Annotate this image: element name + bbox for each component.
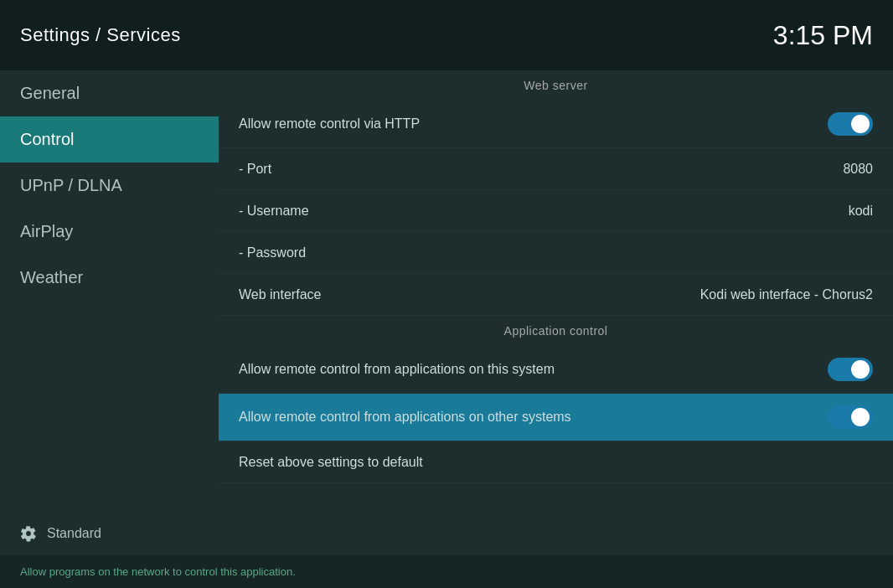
section-header-web-server: Web server (219, 70, 893, 101)
row-value: Kodi web interface - Chorus2 (700, 287, 873, 302)
sidebar-item-label: Control (20, 130, 74, 149)
row-password[interactable]: - Password (219, 232, 893, 274)
toggle-allow-other-apps[interactable] (828, 405, 873, 429)
sidebar-item-label: Weather (20, 268, 83, 287)
sidebar-item-control[interactable]: Control (0, 116, 219, 162)
row-label: Reset above settings to default (239, 455, 423, 470)
row-reset-defaults[interactable]: Reset above settings to default (219, 441, 893, 483)
section-header-app-control: Application control (219, 316, 893, 346)
sidebar-item-label: General (20, 84, 80, 103)
bottom-hint: Allow programs on the network to control… (0, 555, 893, 588)
row-allow-local-apps[interactable]: Allow remote control from applications o… (219, 346, 893, 394)
hint-text: Allow programs on the network to control… (20, 565, 296, 578)
row-allow-http[interactable]: Allow remote control via HTTP (219, 101, 893, 148)
gear-icon (20, 525, 37, 542)
row-label: Allow remote control from applications o… (239, 362, 555, 377)
row-value: kodi (849, 204, 873, 219)
header: Settings / Services 3:15 PM (0, 0, 893, 70)
row-label: - Password (239, 245, 306, 260)
row-label: - Port (239, 162, 271, 177)
sidebar-footer: Standard (0, 512, 219, 555)
row-value: 8080 (843, 162, 873, 177)
level-label: Standard (47, 526, 101, 541)
row-label: Allow remote control from applications o… (239, 410, 571, 425)
sidebar-item-airplay[interactable]: AirPlay (0, 209, 219, 255)
row-port[interactable]: - Port 8080 (219, 148, 893, 190)
row-label: Allow remote control via HTTP (239, 116, 420, 132)
content-area: Web server Allow remote control via HTTP… (219, 70, 893, 555)
sidebar-item-weather[interactable]: Weather (0, 255, 219, 301)
main-layout: General Control UPnP / DLNA AirPlay Weat… (0, 70, 893, 555)
row-web-interface[interactable]: Web interface Kodi web interface - Choru… (219, 274, 893, 316)
sidebar-item-label: AirPlay (20, 222, 73, 241)
sidebar-item-upnp-dlna[interactable]: UPnP / DLNA (0, 162, 219, 209)
clock: 3:15 PM (773, 20, 873, 51)
sidebar-item-label: UPnP / DLNA (20, 176, 122, 195)
row-username[interactable]: - Username kodi (219, 190, 893, 232)
row-label: Web interface (239, 287, 321, 302)
sidebar-nav: General Control UPnP / DLNA AirPlay Weat… (0, 70, 219, 512)
toggle-allow-local-apps[interactable] (828, 358, 873, 381)
toggle-allow-http[interactable] (828, 112, 873, 136)
page-title: Settings / Services (20, 24, 181, 46)
sidebar: General Control UPnP / DLNA AirPlay Weat… (0, 70, 219, 555)
row-label: - Username (239, 204, 309, 219)
sidebar-item-general[interactable]: General (0, 70, 219, 116)
row-allow-other-apps[interactable]: Allow remote control from applications o… (219, 394, 893, 441)
